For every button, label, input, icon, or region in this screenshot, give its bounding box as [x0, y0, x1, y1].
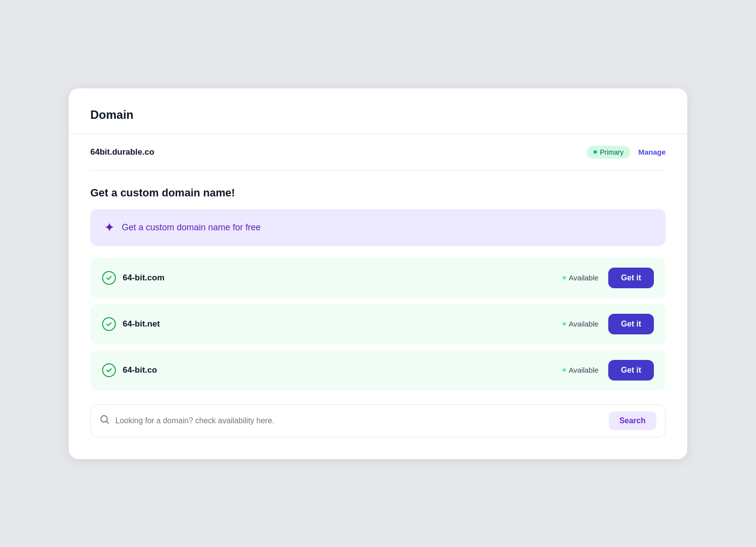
search-bar: Search	[90, 404, 666, 438]
domain-item-right: Available Get it	[563, 314, 654, 334]
available-dot	[563, 368, 566, 372]
domain-item-left: 64-bit.co	[102, 363, 157, 377]
available-badge: Available	[563, 366, 599, 374]
domain-item: 64-bit.com Available Get it	[90, 258, 666, 298]
domain-item-left: 64-bit.net	[102, 317, 160, 331]
domain-list: 64-bit.com Available Get it 64-bit.net	[90, 258, 666, 390]
domain-item-right: Available Get it	[563, 268, 654, 288]
manage-link[interactable]: Manage	[638, 148, 666, 156]
sparkle-icon: ✦	[104, 220, 115, 235]
check-circle-icon	[102, 363, 116, 377]
get-it-button[interactable]: Get it	[608, 360, 654, 381]
available-label: Available	[569, 366, 599, 374]
domain-name: 64-bit.com	[123, 273, 164, 283]
section-title: Get a custom domain name!	[90, 187, 666, 199]
check-circle-icon	[102, 271, 116, 285]
available-badge: Available	[563, 274, 599, 282]
available-dot	[563, 276, 566, 279]
available-label: Available	[569, 274, 599, 282]
primary-badge: Primary	[587, 146, 630, 159]
domain-item-left: 64-bit.com	[102, 271, 164, 285]
promo-text: Get a custom domain name for free	[122, 222, 261, 233]
check-circle-icon	[102, 317, 116, 331]
page-title: Domain	[90, 108, 666, 122]
search-input[interactable]	[115, 416, 603, 425]
search-button[interactable]: Search	[609, 411, 656, 430]
domain-name: 64-bit.co	[123, 365, 157, 375]
primary-badge-label: Primary	[600, 148, 623, 156]
get-it-button[interactable]: Get it	[608, 268, 654, 288]
available-badge: Available	[563, 320, 599, 328]
domain-item-right: Available Get it	[563, 360, 654, 381]
primary-dot	[594, 150, 597, 154]
domain-card: Domain 64bit.durable.co Primary Manage G…	[69, 88, 687, 459]
primary-domain-actions: Primary Manage	[587, 146, 666, 159]
primary-domain-name: 64bit.durable.co	[90, 147, 154, 157]
primary-domain-row: 64bit.durable.co Primary Manage	[90, 134, 666, 171]
domain-item: 64-bit.net Available Get it	[90, 304, 666, 344]
available-dot	[563, 322, 566, 326]
domain-item: 64-bit.co Available Get it	[90, 350, 666, 390]
search-icon	[100, 414, 109, 427]
get-it-button[interactable]: Get it	[608, 314, 654, 334]
domain-name: 64-bit.net	[123, 319, 160, 329]
available-label: Available	[569, 320, 599, 328]
promo-banner[interactable]: ✦ Get a custom domain name for free	[90, 209, 666, 246]
